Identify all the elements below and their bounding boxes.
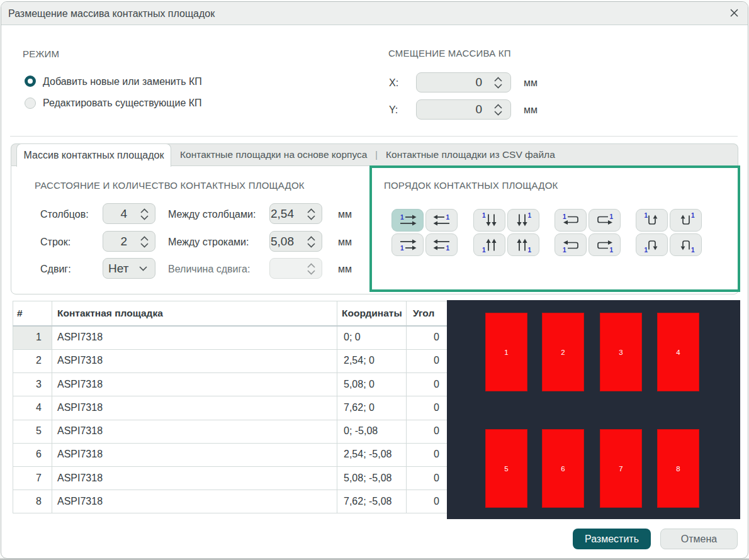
svg-text:1: 1	[400, 245, 404, 252]
svg-text:1: 1	[527, 212, 531, 219]
svg-text:1: 1	[691, 212, 695, 219]
svg-text:1: 1	[446, 214, 449, 221]
svg-text:1: 1	[446, 245, 449, 252]
svg-text:1: 1	[609, 247, 613, 254]
svg-text:1: 1	[691, 247, 695, 254]
svg-text:1: 1	[482, 247, 486, 254]
svg-text:1: 1	[482, 212, 486, 219]
svg-text:1: 1	[400, 214, 404, 221]
svg-text:1: 1	[644, 212, 648, 219]
svg-text:1: 1	[527, 247, 531, 254]
svg-text:1: 1	[609, 213, 613, 220]
svg-text:1: 1	[644, 247, 648, 254]
svg-text:1: 1	[563, 213, 566, 220]
svg-text:1: 1	[563, 247, 566, 254]
